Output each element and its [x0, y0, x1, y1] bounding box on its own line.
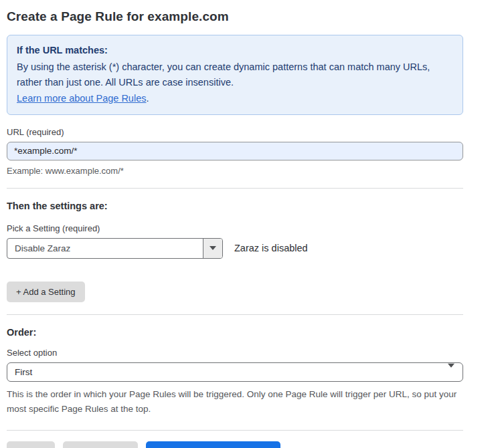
setting-select[interactable]: Disable Zaraz — [7, 238, 223, 259]
cancel-button[interactable]: Cancel — [7, 441, 55, 448]
order-helper-text: This is the order in which your Page Rul… — [7, 387, 462, 417]
divider — [7, 188, 463, 189]
divider — [7, 314, 463, 315]
info-box-link-line: Learn more about Page Rules. — [17, 91, 453, 106]
order-select[interactable]: First — [7, 362, 463, 382]
settings-section-heading: Then the settings are: — [7, 201, 463, 211]
order-section-heading: Order: — [7, 327, 463, 338]
divider — [7, 430, 463, 431]
order-select-value: First — [15, 367, 32, 377]
add-setting-button[interactable]: + Add a Setting — [7, 282, 85, 302]
learn-more-link[interactable]: Learn more about Page Rules — [17, 93, 146, 104]
order-select-label: Select option — [7, 348, 463, 358]
url-example-helper: Example: www.example.com/* — [7, 166, 463, 176]
info-box-body-text: By using the asterisk (*) character, you… — [17, 62, 430, 88]
url-match-info-box: If the URL matches: By using the asteris… — [7, 35, 463, 115]
setting-select-value: Disable Zaraz — [7, 239, 203, 258]
chevron-down-icon — [448, 368, 454, 378]
page-title: Create a Page Rule for example.com — [7, 9, 463, 24]
pick-setting-label: Pick a Setting (required) — [7, 223, 463, 233]
chevron-down-glyph — [448, 364, 454, 378]
setting-row: Disable Zaraz Zaraz is disabled — [7, 238, 463, 259]
form-actions: Cancel Save as Draft Save and Deploy Pag… — [7, 441, 463, 448]
page-rule-form: Create a Page Rule for example.com If th… — [0, 0, 470, 448]
url-input[interactable] — [7, 142, 463, 160]
chevron-down-icon — [210, 246, 216, 250]
setting-select-arrow-button[interactable] — [203, 239, 222, 258]
save-as-draft-button[interactable]: Save as Draft — [63, 441, 138, 448]
link-suffix: . — [146, 93, 149, 104]
info-box-heading: If the URL matches: — [17, 43, 453, 58]
info-box-body: By using the asterisk (*) character, you… — [17, 60, 445, 90]
save-and-deploy-button[interactable]: Save and Deploy Page Rule — [146, 441, 281, 448]
setting-status-text: Zaraz is disabled — [234, 243, 308, 253]
url-field-label: URL (required) — [7, 127, 463, 137]
